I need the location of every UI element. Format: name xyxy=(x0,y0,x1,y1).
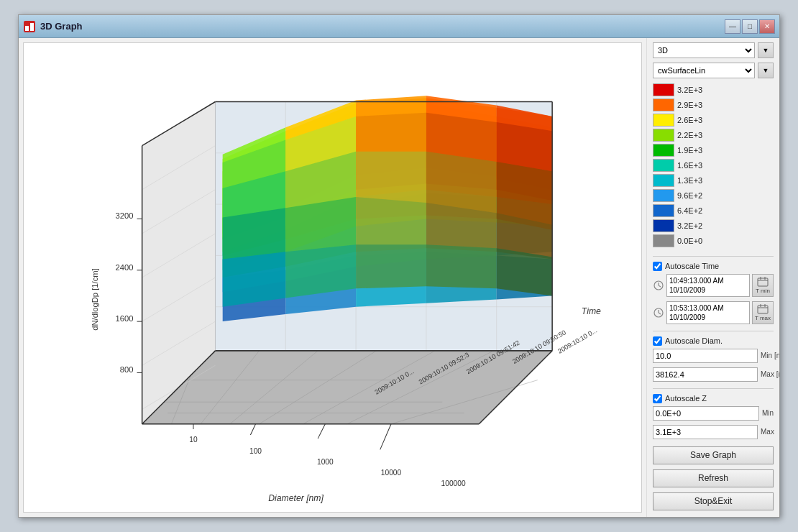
window-title: 3D Graph xyxy=(40,21,725,32)
save-graph-button[interactable]: Save Graph xyxy=(653,446,774,464)
autoscale-diam-checkbox[interactable] xyxy=(653,336,662,346)
svg-text:dN/dlogDp [1/cm]: dN/dlogDp [1/cm] xyxy=(91,268,100,330)
svg-line-123 xyxy=(659,313,661,314)
clock-icon-tmin xyxy=(653,274,664,297)
t-max-calendar-btn[interactable]: T max xyxy=(752,301,774,324)
autoscale-z-row: Autoscale Z xyxy=(653,394,774,403)
clock-icon-tmax xyxy=(653,301,664,324)
divider-2 xyxy=(653,331,774,331)
legend-swatch-9 xyxy=(653,219,674,232)
color-legend: 3.2E+3 2.9E+3 2.6E+3 2.2E+3 1.9E+3 xyxy=(653,83,774,248)
legend-swatch-10 xyxy=(653,234,674,247)
svg-text:3200: 3200 xyxy=(116,212,134,221)
legend-label-6: 1.3E+3 xyxy=(677,176,702,185)
legend-item-10: 0.0E+0 xyxy=(653,234,774,248)
view-mode-row: 3D 2D Top 2D Side ▼ xyxy=(653,42,774,58)
diam-min-input[interactable] xyxy=(653,349,758,363)
view-mode-select[interactable]: 3D 2D Top 2D Side xyxy=(653,42,755,58)
legend-item-5: 1.6E+3 xyxy=(653,158,774,173)
svg-text:1000: 1000 xyxy=(317,458,334,466)
svg-rect-117 xyxy=(758,278,768,286)
legend-item-9: 3.2E+2 xyxy=(653,219,774,233)
legend-item-2: 2.6E+3 xyxy=(653,113,774,127)
legend-label-2: 2.6E+3 xyxy=(677,116,702,124)
refresh-button[interactable]: Refresh xyxy=(653,469,774,487)
surface-dropdown-btn[interactable]: ▼ xyxy=(758,63,774,78)
diam-min-unit: Min [nm] xyxy=(761,352,779,359)
legend-label-8: 6.4E+2 xyxy=(677,206,702,215)
close-button[interactable]: ✕ xyxy=(759,19,775,34)
legend-swatch-1 xyxy=(653,98,674,111)
svg-text:100: 100 xyxy=(249,447,262,455)
legend-swatch-7 xyxy=(653,189,674,202)
main-window: 3D Graph — □ ✕ xyxy=(18,14,780,518)
autoscale-diam-row: Autoscale Diam. xyxy=(653,336,774,346)
svg-text:2400: 2400 xyxy=(116,263,134,272)
z-max-row: Max xyxy=(653,425,774,439)
legend-label-1: 2.9E+3 xyxy=(677,101,702,109)
legend-label-7: 9.6E+2 xyxy=(677,191,702,200)
divider-1 xyxy=(653,256,774,257)
title-bar: 3D Graph — □ ✕ xyxy=(19,15,779,38)
t-max-datetime[interactable]: 10:53:13.000 AM 10/10/2009 xyxy=(666,301,750,324)
legend-item-1: 2.9E+3 xyxy=(653,98,774,112)
svg-text:Diameter [nm]: Diameter [nm] xyxy=(268,493,324,503)
legend-swatch-2 xyxy=(653,114,674,127)
legend-label-0: 3.2E+3 xyxy=(677,86,702,94)
legend-label-10: 0.0E+0 xyxy=(677,237,702,245)
legend-swatch-4 xyxy=(653,144,674,157)
legend-label-9: 3.2E+2 xyxy=(677,221,702,230)
svg-text:1600: 1600 xyxy=(116,314,134,323)
svg-rect-124 xyxy=(758,306,768,313)
legend-item-7: 9.6E+2 xyxy=(653,188,774,203)
t-min-label: T min xyxy=(756,288,770,294)
diam-min-row: Min [nm] xyxy=(653,349,774,363)
graph-area: 800 1600 2400 3200 dN/dlogDp [1/cm] 10 1… xyxy=(23,42,642,513)
app-icon xyxy=(23,20,36,33)
autoscale-z-checkbox[interactable] xyxy=(653,394,662,403)
z-min-unit: Min xyxy=(762,409,774,417)
t-min-calendar-btn[interactable]: T min xyxy=(752,274,774,297)
z-min-input[interactable] xyxy=(653,406,759,421)
svg-marker-79 xyxy=(426,244,497,288)
svg-text:800: 800 xyxy=(120,365,134,374)
legend-swatch-6 xyxy=(653,174,674,187)
legend-swatch-3 xyxy=(653,129,674,142)
t-max-row: 10:53:13.000 AM 10/10/2009 T max xyxy=(653,301,774,324)
t-min-row: 10:49:13.000 AM 10/10/2009 T min xyxy=(653,274,774,297)
sidebar: 3D 2D Top 2D Side ▼ cwSurfaceLin cwSurfa… xyxy=(646,38,779,517)
diam-max-row: Max [nm] xyxy=(653,367,774,382)
legend-label-3: 2.2E+3 xyxy=(677,131,702,139)
stop-exit-button[interactable]: Stop&Exit xyxy=(653,492,774,510)
z-min-row: Min xyxy=(653,406,774,421)
legend-swatch-8 xyxy=(653,204,674,217)
t-min-datetime[interactable]: 10:49:13.000 AM 10/10/2009 xyxy=(666,274,750,297)
maximize-button[interactable]: □ xyxy=(742,19,758,34)
autoscale-time-checkbox[interactable] xyxy=(653,262,662,271)
legend-item-4: 1.9E+3 xyxy=(653,143,774,157)
svg-rect-2 xyxy=(30,23,34,31)
diam-max-input[interactable] xyxy=(653,367,758,382)
svg-text:10: 10 xyxy=(189,436,198,444)
svg-marker-78 xyxy=(356,244,426,288)
divider-3 xyxy=(653,388,774,389)
legend-label-4: 1.9E+3 xyxy=(677,146,702,155)
surface-type-row: cwSurfaceLin cwSurfaceLog ▼ xyxy=(653,63,774,78)
view-mode-dropdown-btn[interactable]: ▼ xyxy=(758,42,774,58)
legend-swatch-5 xyxy=(653,159,674,172)
svg-line-116 xyxy=(659,285,661,287)
svg-marker-76 xyxy=(223,252,286,306)
svg-rect-1 xyxy=(25,26,29,31)
autoscale-z-label: Autoscale Z xyxy=(665,394,707,403)
z-max-input[interactable] xyxy=(653,425,758,439)
surface-type-select[interactable]: cwSurfaceLin cwSurfaceLog xyxy=(653,63,755,78)
svg-marker-73 xyxy=(356,197,426,252)
legend-item-0: 3.2E+3 xyxy=(653,83,774,97)
autoscale-time-label: Autoscale Time xyxy=(665,262,719,270)
diam-max-unit: Max [nm] xyxy=(761,370,779,378)
svg-text:10000: 10000 xyxy=(381,469,402,477)
svg-text:Time: Time xyxy=(582,306,601,316)
legend-label-5: 1.6E+3 xyxy=(677,161,702,170)
autoscale-time-row: Autoscale Time xyxy=(653,262,774,271)
minimize-button[interactable]: — xyxy=(725,19,740,34)
